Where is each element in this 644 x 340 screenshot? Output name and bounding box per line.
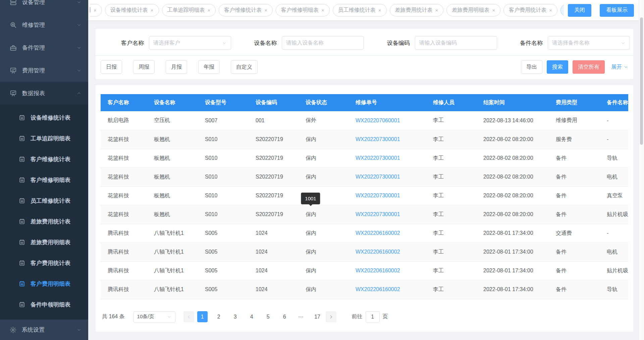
close-icon[interactable]: × [378, 8, 381, 13]
sidebar-item-data-reports[interactable]: 数据报表 [0, 82, 88, 105]
repair-order-link[interactable]: WX202207300001 [348, 167, 426, 186]
device-code-input[interactable] [415, 36, 497, 50]
page-button-6[interactable]: 6 [279, 311, 290, 322]
tab-work-order-tracking-details[interactable]: 工单追踪明细表× [162, 4, 216, 16]
sidebar-item-customer-expense-details[interactable]: 客户费用明细表 [0, 273, 88, 294]
page-button-2[interactable]: 2 [214, 311, 224, 322]
sidebar-item-repair-management[interactable]: 维修管理 [0, 13, 88, 36]
report-icon [18, 301, 25, 308]
expand-toggle[interactable]: 展开 [611, 64, 628, 71]
cell: S007 [198, 111, 249, 130]
sidebar-item-expense-management[interactable]: 费用管理 [0, 59, 88, 82]
sidebar-item-label: 维修管理 [22, 21, 76, 29]
device-name-value[interactable] [286, 40, 360, 46]
gear-icon [9, 326, 17, 334]
sidebar-item-device-repair-stats[interactable]: 设备维修统计表 [0, 107, 88, 128]
search-button[interactable]: 搜索 [547, 60, 568, 74]
column-header: 维修单号 [348, 94, 426, 111]
close-icon[interactable]: × [151, 8, 154, 13]
expand-label: 展开 [611, 64, 622, 71]
sidebar-item-work-order-tracking-details[interactable]: 工单追踪明细表 [0, 128, 88, 149]
sidebar-item-customer-repair-stats[interactable]: 客户维修统计表 [0, 149, 88, 169]
customer-name-value[interactable] [153, 40, 222, 46]
clear-all-button[interactable]: 清空所有 [573, 60, 605, 74]
sidebar-item-travel-expense-stats[interactable]: 差旅费用统计表 [0, 211, 88, 232]
more-pages-icon[interactable]: ··· [296, 311, 306, 322]
repair-order-link[interactable]: WX202206160002 [348, 243, 426, 261]
repair-order-link[interactable]: WX202207300001 [348, 130, 426, 149]
report-icon [18, 197, 25, 204]
repair-order-link[interactable]: WX202206160002 [348, 261, 426, 280]
next-page-button[interactable] [326, 311, 336, 322]
cell: 李工 [426, 111, 476, 130]
page-scrollbar[interactable] [639, 0, 644, 340]
sidebar-item-spare-parts-request-details[interactable]: 备件申领明细表 [0, 294, 88, 315]
weekly-report-button[interactable]: 周报 [133, 60, 155, 74]
cell: 李工 [426, 149, 476, 167]
board-icon [9, 67, 17, 74]
page-button-1[interactable]: 1 [197, 311, 208, 322]
cell: S005 [198, 224, 249, 243]
field-label: 设备编码 [387, 39, 410, 47]
device-name-input[interactable] [282, 36, 364, 50]
spare-part-name-value[interactable] [552, 40, 621, 46]
monthly-report-button[interactable]: 月报 [166, 60, 187, 74]
repair-order-link[interactable]: WX202207300001 [348, 149, 426, 167]
report-icon [18, 156, 25, 163]
page-button-17[interactable]: 17 [312, 311, 323, 322]
close-button[interactable]: 关闭 [568, 4, 591, 17]
sidebar-item-label: 费用管理 [22, 67, 76, 74]
close-icon[interactable]: × [208, 8, 211, 13]
close-icon[interactable]: × [264, 8, 267, 13]
cell: 1024 [249, 224, 299, 243]
tab-customer-expense-details[interactable]: 客户费用明细表× [560, 4, 564, 16]
yearly-report-button[interactable]: 年报 [198, 60, 220, 74]
sidebar-item-label: 差旅费用明细表 [31, 239, 70, 246]
board-display-button[interactable]: 看板展示 [600, 4, 634, 17]
sidebar-item-customer-expense-stats[interactable]: 客户费用统计表 [0, 253, 88, 273]
sidebar-item-employee-repair-stats[interactable]: 员工维修统计表 [0, 190, 88, 211]
tab-customer-repair-stats[interactable]: 客户维修统计表× [219, 4, 273, 16]
sidebar-item-equipment-management[interactable]: 设备管理 [0, 0, 88, 13]
page-size-select[interactable]: 10条/页 [133, 311, 175, 323]
tab-device-repair-stats[interactable]: 设备维修统计表× [105, 4, 159, 16]
daily-report-button[interactable]: 日报 [101, 60, 122, 74]
device-code-value[interactable] [419, 40, 493, 46]
close-icon[interactable]: × [435, 8, 438, 13]
close-icon[interactable]: × [549, 8, 552, 13]
repair-order-link[interactable]: WX202207300001 [348, 205, 426, 224]
goto-page-input[interactable] [366, 311, 380, 323]
sidebar-item-label: 客户维修统计表 [31, 155, 70, 163]
repair-order-link[interactable]: WX202206160002 [348, 224, 426, 243]
tab-employee-repair-stats[interactable]: 员工维修统计表× [333, 4, 387, 16]
tab-travel-expense-details[interactable]: 差旅费用明细表× [446, 4, 500, 16]
spare-part-name-select[interactable] [548, 36, 630, 50]
tab-customer-expense-stats[interactable]: 客户费用统计表× [503, 4, 557, 16]
tab-customer-repair-details[interactable]: 客户维修明细表× [276, 4, 330, 16]
close-icon[interactable]: × [492, 8, 495, 13]
repair-order-link[interactable]: WX202207060001 [348, 111, 426, 130]
page-button-3[interactable]: 3 [230, 311, 240, 322]
customer-name-select[interactable] [149, 36, 231, 50]
close-icon[interactable]: × [321, 8, 324, 13]
prev-page-button[interactable] [183, 311, 194, 322]
field-label: 备件名称 [520, 39, 543, 47]
sidebar-item-system-settings[interactable]: 系统设置 [0, 320, 88, 340]
custom-range-button[interactable]: 自定义 [231, 60, 258, 74]
sidebar-item-spare-parts-management[interactable]: 备件管理 [0, 36, 88, 59]
scrollbar-thumb[interactable] [640, 17, 643, 145]
tab-clipped-tab[interactable]: 用× [90, 4, 102, 16]
cell: S005 [198, 280, 249, 299]
tab-travel-expense-stats[interactable]: 差旅费用统计表× [390, 4, 444, 16]
tooltip: 1001 [301, 193, 320, 204]
sidebar-item-travel-expense-details[interactable]: 差旅费用明细表 [0, 232, 88, 253]
repair-order-link[interactable]: WX202207300001 [348, 186, 426, 205]
export-button[interactable]: 导出 [521, 60, 542, 74]
cell: 保内 [299, 149, 348, 167]
page-button-4[interactable]: 4 [247, 311, 257, 322]
sidebar-item-customer-repair-details[interactable]: 客户维修明细表 [0, 169, 88, 190]
repair-order-link[interactable]: WX202206160002 [348, 280, 426, 299]
page-button-5[interactable]: 5 [263, 311, 273, 322]
close-icon[interactable]: × [94, 8, 97, 13]
chevron-down-icon [76, 327, 82, 332]
